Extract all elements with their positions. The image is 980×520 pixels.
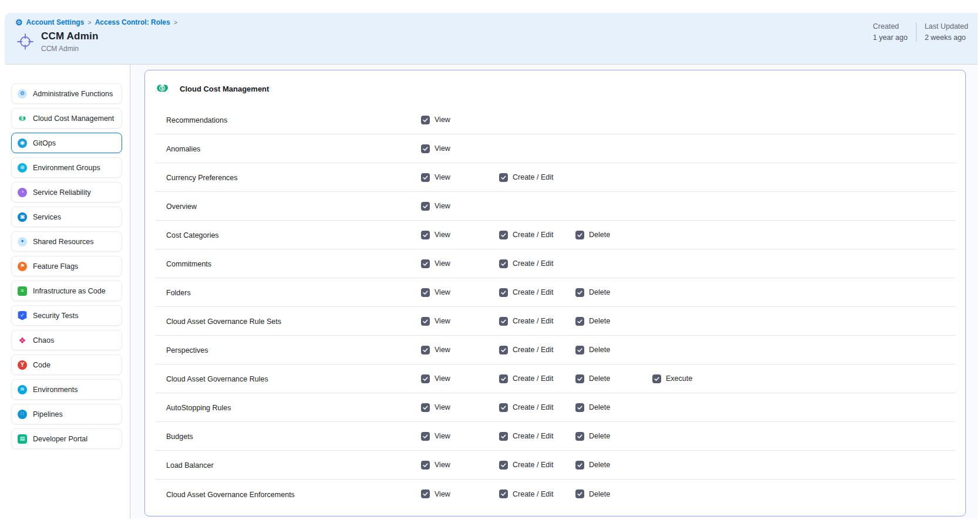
checkbox-delete[interactable] [575,374,584,383]
permission-label: Create / Edit [513,317,553,325]
checkbox-view[interactable] [421,432,430,441]
checkbox-view[interactable] [421,259,430,268]
breadcrumb-account-settings[interactable]: Account Settings [26,18,85,26]
code-icon: Y [18,360,27,370]
sidebar-item-service-reliability[interactable]: ◔Service Reliability [11,182,122,202]
sidebar-item-code[interactable]: YCode [11,354,122,375]
checkbox-delete[interactable] [575,403,584,412]
checkbox-delete[interactable] [575,432,584,441]
checkbox-delete[interactable] [575,346,584,354]
checkbox-view[interactable] [421,173,430,182]
sidebar-item-environment-groups[interactable]: ⊛Environment Groups [11,157,122,178]
app-body: ⚙Administrative Functions$Cloud Cost Man… [5,65,978,519]
sidebar-item-infrastructure-as-code[interactable]: ≡Infrastructure as Code [11,281,122,301]
sidebar-item-label: Administrative Functions [33,90,113,98]
sidebar-item-services[interactable]: ▣Services [11,207,122,227]
checkbox-view[interactable] [421,116,430,124]
permission-label: Create / Edit [513,461,553,469]
meta-divider [916,22,917,42]
permission-row-recommendations: RecommendationsView [156,106,955,134]
checkbox-create-edit[interactable] [499,259,508,268]
permission-label: Create / Edit [513,173,553,181]
permission-label: Create / Edit [513,346,553,354]
checkbox-delete[interactable] [575,288,584,297]
checkbox-create-edit[interactable] [499,288,508,297]
checkbox-delete[interactable] [575,317,584,326]
sidebar-item-label: Service Reliability [33,188,91,197]
permission-label: View [435,231,450,239]
svg-text:$: $ [21,117,23,120]
checkbox-create-edit[interactable] [499,461,508,470]
checkbox-delete[interactable] [575,231,584,239]
permission-label: Create / Edit [513,374,553,383]
permission-label: View [435,490,450,498]
checkbox-view[interactable] [421,231,430,239]
permission-label: View [435,259,450,268]
checkbox-view[interactable] [421,346,430,354]
checkbox-create-edit[interactable] [499,374,508,383]
breadcrumb-separator: > [174,19,177,26]
module-section-header: $ Cloud Cost Management [145,70,965,98]
cloud-cost-management-icon: $ [154,80,170,98]
permission-label: Create / Edit [513,288,553,296]
sidebar-item-gitops[interactable]: ◉GitOps [11,133,122,153]
sidebar-item-chaos[interactable]: ❖Chaos [11,330,122,350]
created-value: 1 year ago [873,33,908,42]
sidebar-item-label: Pipelines [33,410,63,418]
checkbox-create-edit[interactable] [499,173,508,182]
checkbox-delete[interactable] [575,489,584,498]
checkbox-create-edit[interactable] [499,489,508,498]
checkbox-view[interactable] [421,144,430,153]
checkbox-create-edit[interactable] [499,432,508,441]
sidebar-item-administrative-functions[interactable]: ⚙Administrative Functions [11,83,122,104]
page-header: ⚙ Account Settings > Access Control: Rol… [5,13,978,65]
permission-label: Execute [666,374,692,383]
permission-label: Create / Edit [513,259,553,268]
role-meta: Created 1 year ago Last Updated 2 weeks … [873,22,968,42]
checkbox-view[interactable] [421,374,430,383]
module-section-title: Cloud Cost Management [180,85,269,93]
sidebar-item-label: Environments [33,386,78,394]
gitops-icon: ◉ [18,139,27,148]
permission-row-commitments: CommitmentsViewCreate / Edit [156,249,955,278]
permission-label: View [435,374,450,383]
checkbox-view[interactable] [421,202,430,211]
checkbox-create-edit[interactable] [499,403,508,412]
checkbox-view[interactable] [421,317,430,326]
permission-label: View [435,116,450,124]
last-updated-meta: Last Updated 2 weeks ago [925,22,968,42]
sidebar-item-shared-resources[interactable]: ✦Shared Resources [11,231,122,252]
resource-label: Cloud Asset Governance Rule Sets [166,318,281,326]
page: ⚙ Account Settings > Access Control: Rol… [0,0,980,520]
sidebar-item-developer-portal[interactable]: ▤Developer Portal [11,428,122,449]
sidebar-item-label: Developer Portal [33,435,87,443]
permission-label: View [435,202,450,210]
developer-portal-icon: ▤ [18,434,27,444]
created-meta: Created 1 year ago [873,22,908,42]
permission-label: View [435,403,450,411]
checkbox-create-edit[interactable] [499,346,508,354]
checkbox-view[interactable] [421,489,430,498]
checkbox-execute[interactable] [652,374,661,383]
sidebar-item-security-tests[interactable]: ✓Security Tests [11,305,122,326]
sidebar-item-cloud-cost-management[interactable]: $Cloud Cost Management [11,108,122,129]
checkbox-delete[interactable] [575,461,584,470]
sidebar-item-environments[interactable]: ≋Environments [11,379,122,400]
breadcrumb-access-control-roles[interactable]: Access Control: Roles [95,18,170,26]
permission-label: Delete [589,403,610,411]
permission-row-cloud-asset-governance-rules: Cloud Asset Governance RulesViewCreate /… [156,364,955,393]
shared-resources-icon: ✦ [18,237,27,247]
environments-icon: ≋ [18,385,27,394]
permission-label: View [435,144,450,153]
checkbox-create-edit[interactable] [499,317,508,326]
permission-label: Delete [589,231,610,239]
permission-row-folders: FoldersViewCreate / EditDelete [156,278,955,307]
sidebar-item-pipelines[interactable]: ∷Pipelines [11,404,122,424]
checkbox-create-edit[interactable] [499,231,508,239]
sidebar-item-label: GitOps [33,139,56,147]
sidebar-item-feature-flags[interactable]: ⚑Feature Flags [11,256,122,276]
checkbox-view[interactable] [421,461,430,470]
checkbox-view[interactable] [421,288,430,297]
checkbox-view[interactable] [421,403,430,412]
resource-label: Recommendations [166,116,227,124]
